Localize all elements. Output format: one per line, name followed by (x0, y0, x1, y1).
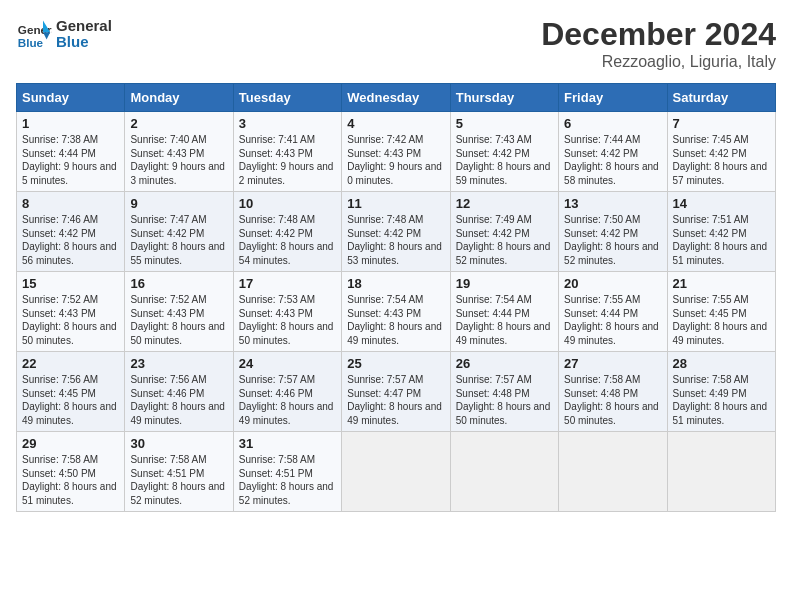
day-number: 13 (564, 196, 661, 211)
day-cell: 6Sunrise: 7:44 AM Sunset: 4:42 PM Daylig… (559, 112, 667, 192)
day-info: Sunrise: 7:57 AM Sunset: 4:48 PM Dayligh… (456, 373, 553, 427)
day-number: 15 (22, 276, 119, 291)
day-cell: 5Sunrise: 7:43 AM Sunset: 4:42 PM Daylig… (450, 112, 558, 192)
day-info: Sunrise: 7:45 AM Sunset: 4:42 PM Dayligh… (673, 133, 770, 187)
day-cell: 20Sunrise: 7:55 AM Sunset: 4:44 PM Dayli… (559, 272, 667, 352)
day-number: 6 (564, 116, 661, 131)
day-number: 10 (239, 196, 336, 211)
header-cell-friday: Friday (559, 84, 667, 112)
day-info: Sunrise: 7:55 AM Sunset: 4:45 PM Dayligh… (673, 293, 770, 347)
header-cell-tuesday: Tuesday (233, 84, 341, 112)
day-info: Sunrise: 7:44 AM Sunset: 4:42 PM Dayligh… (564, 133, 661, 187)
day-cell: 19Sunrise: 7:54 AM Sunset: 4:44 PM Dayli… (450, 272, 558, 352)
header-cell-saturday: Saturday (667, 84, 775, 112)
header-cell-monday: Monday (125, 84, 233, 112)
day-cell: 16Sunrise: 7:52 AM Sunset: 4:43 PM Dayli… (125, 272, 233, 352)
week-row-5: 29Sunrise: 7:58 AM Sunset: 4:50 PM Dayli… (17, 432, 776, 512)
day-info: Sunrise: 7:52 AM Sunset: 4:43 PM Dayligh… (130, 293, 227, 347)
day-cell: 17Sunrise: 7:53 AM Sunset: 4:43 PM Dayli… (233, 272, 341, 352)
week-row-1: 1Sunrise: 7:38 AM Sunset: 4:44 PM Daylig… (17, 112, 776, 192)
logo-blue: Blue (56, 34, 112, 51)
day-cell: 21Sunrise: 7:55 AM Sunset: 4:45 PM Dayli… (667, 272, 775, 352)
day-info: Sunrise: 7:58 AM Sunset: 4:48 PM Dayligh… (564, 373, 661, 427)
day-number: 20 (564, 276, 661, 291)
day-number: 16 (130, 276, 227, 291)
day-cell: 13Sunrise: 7:50 AM Sunset: 4:42 PM Dayli… (559, 192, 667, 272)
day-number: 1 (22, 116, 119, 131)
day-info: Sunrise: 7:54 AM Sunset: 4:44 PM Dayligh… (456, 293, 553, 347)
day-info: Sunrise: 7:48 AM Sunset: 4:42 PM Dayligh… (239, 213, 336, 267)
day-info: Sunrise: 7:49 AM Sunset: 4:42 PM Dayligh… (456, 213, 553, 267)
day-number: 3 (239, 116, 336, 131)
day-cell: 3Sunrise: 7:41 AM Sunset: 4:43 PM Daylig… (233, 112, 341, 192)
logo-general: General (56, 18, 112, 35)
calendar-header-row: SundayMondayTuesdayWednesdayThursdayFrid… (17, 84, 776, 112)
day-cell: 27Sunrise: 7:58 AM Sunset: 4:48 PM Dayli… (559, 352, 667, 432)
day-number: 4 (347, 116, 444, 131)
day-info: Sunrise: 7:52 AM Sunset: 4:43 PM Dayligh… (22, 293, 119, 347)
day-number: 29 (22, 436, 119, 451)
day-number: 19 (456, 276, 553, 291)
day-cell: 11Sunrise: 7:48 AM Sunset: 4:42 PM Dayli… (342, 192, 450, 272)
header-cell-wednesday: Wednesday (342, 84, 450, 112)
day-cell: 9Sunrise: 7:47 AM Sunset: 4:42 PM Daylig… (125, 192, 233, 272)
day-cell (450, 432, 558, 512)
day-number: 24 (239, 356, 336, 371)
day-number: 9 (130, 196, 227, 211)
day-info: Sunrise: 7:41 AM Sunset: 4:43 PM Dayligh… (239, 133, 336, 187)
day-cell: 10Sunrise: 7:48 AM Sunset: 4:42 PM Dayli… (233, 192, 341, 272)
location-title: Rezzoaglio, Liguria, Italy (541, 53, 776, 71)
day-info: Sunrise: 7:46 AM Sunset: 4:42 PM Dayligh… (22, 213, 119, 267)
day-info: Sunrise: 7:47 AM Sunset: 4:42 PM Dayligh… (130, 213, 227, 267)
day-cell: 22Sunrise: 7:56 AM Sunset: 4:45 PM Dayli… (17, 352, 125, 432)
day-info: Sunrise: 7:58 AM Sunset: 4:51 PM Dayligh… (130, 453, 227, 507)
day-info: Sunrise: 7:50 AM Sunset: 4:42 PM Dayligh… (564, 213, 661, 267)
day-cell: 2Sunrise: 7:40 AM Sunset: 4:43 PM Daylig… (125, 112, 233, 192)
day-info: Sunrise: 7:40 AM Sunset: 4:43 PM Dayligh… (130, 133, 227, 187)
logo: General Blue General Blue (16, 16, 112, 52)
day-number: 11 (347, 196, 444, 211)
title-area: December 2024 Rezzoaglio, Liguria, Italy (541, 16, 776, 71)
day-number: 17 (239, 276, 336, 291)
logo-icon: General Blue (16, 16, 52, 52)
day-number: 12 (456, 196, 553, 211)
day-number: 2 (130, 116, 227, 131)
day-info: Sunrise: 7:48 AM Sunset: 4:42 PM Dayligh… (347, 213, 444, 267)
day-info: Sunrise: 7:56 AM Sunset: 4:46 PM Dayligh… (130, 373, 227, 427)
day-number: 18 (347, 276, 444, 291)
day-cell: 24Sunrise: 7:57 AM Sunset: 4:46 PM Dayli… (233, 352, 341, 432)
day-cell: 15Sunrise: 7:52 AM Sunset: 4:43 PM Dayli… (17, 272, 125, 352)
svg-text:Blue: Blue (18, 36, 44, 49)
day-info: Sunrise: 7:57 AM Sunset: 4:47 PM Dayligh… (347, 373, 444, 427)
day-cell (667, 432, 775, 512)
month-title: December 2024 (541, 16, 776, 53)
day-number: 30 (130, 436, 227, 451)
day-cell: 26Sunrise: 7:57 AM Sunset: 4:48 PM Dayli… (450, 352, 558, 432)
day-cell: 30Sunrise: 7:58 AM Sunset: 4:51 PM Dayli… (125, 432, 233, 512)
day-number: 26 (456, 356, 553, 371)
day-info: Sunrise: 7:54 AM Sunset: 4:43 PM Dayligh… (347, 293, 444, 347)
day-number: 22 (22, 356, 119, 371)
day-cell: 1Sunrise: 7:38 AM Sunset: 4:44 PM Daylig… (17, 112, 125, 192)
day-cell: 8Sunrise: 7:46 AM Sunset: 4:42 PM Daylig… (17, 192, 125, 272)
day-number: 31 (239, 436, 336, 451)
day-cell: 25Sunrise: 7:57 AM Sunset: 4:47 PM Dayli… (342, 352, 450, 432)
day-info: Sunrise: 7:42 AM Sunset: 4:43 PM Dayligh… (347, 133, 444, 187)
day-number: 21 (673, 276, 770, 291)
day-number: 28 (673, 356, 770, 371)
day-info: Sunrise: 7:43 AM Sunset: 4:42 PM Dayligh… (456, 133, 553, 187)
week-row-3: 15Sunrise: 7:52 AM Sunset: 4:43 PM Dayli… (17, 272, 776, 352)
day-number: 8 (22, 196, 119, 211)
day-cell: 29Sunrise: 7:58 AM Sunset: 4:50 PM Dayli… (17, 432, 125, 512)
day-number: 25 (347, 356, 444, 371)
calendar-table: SundayMondayTuesdayWednesdayThursdayFrid… (16, 83, 776, 512)
day-info: Sunrise: 7:58 AM Sunset: 4:49 PM Dayligh… (673, 373, 770, 427)
day-info: Sunrise: 7:57 AM Sunset: 4:46 PM Dayligh… (239, 373, 336, 427)
day-cell: 12Sunrise: 7:49 AM Sunset: 4:42 PM Dayli… (450, 192, 558, 272)
day-cell: 7Sunrise: 7:45 AM Sunset: 4:42 PM Daylig… (667, 112, 775, 192)
day-number: 23 (130, 356, 227, 371)
day-cell: 14Sunrise: 7:51 AM Sunset: 4:42 PM Dayli… (667, 192, 775, 272)
day-number: 27 (564, 356, 661, 371)
day-info: Sunrise: 7:58 AM Sunset: 4:51 PM Dayligh… (239, 453, 336, 507)
calendar-body: 1Sunrise: 7:38 AM Sunset: 4:44 PM Daylig… (17, 112, 776, 512)
